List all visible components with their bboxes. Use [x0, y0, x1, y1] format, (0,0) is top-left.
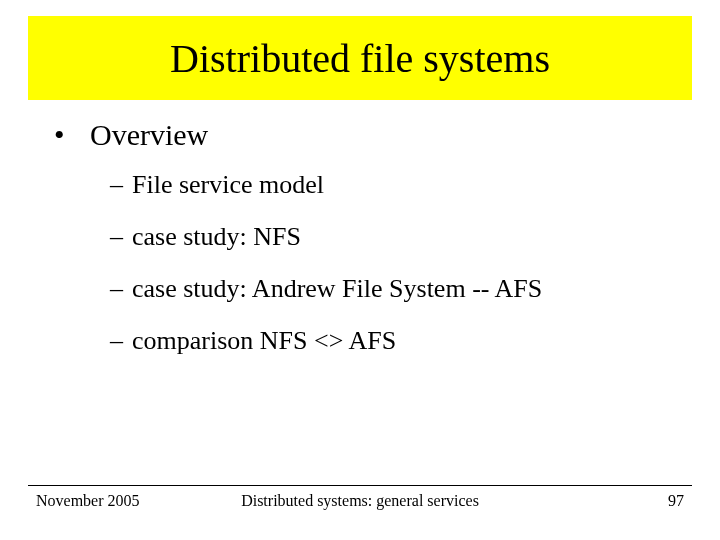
bullet-text: case study: Andrew File System -- AFS: [132, 274, 542, 304]
bullet-level2: – comparison NFS <> AFS: [110, 326, 680, 356]
footer-center: Distributed systems: general services: [198, 492, 522, 510]
bullet-text: comparison NFS <> AFS: [132, 326, 396, 356]
footer-page: 97: [522, 492, 684, 510]
bullet-level2: – case study: NFS: [110, 222, 680, 252]
bullet-level2: – File service model: [110, 170, 680, 200]
slide-footer: November 2005 Distributed systems: gener…: [28, 485, 692, 510]
footer-row: November 2005 Distributed systems: gener…: [28, 492, 692, 510]
bullet-text: case study: NFS: [132, 222, 301, 252]
slide-title: Distributed file systems: [170, 35, 550, 82]
dash-marker: –: [110, 274, 132, 304]
dash-marker: –: [110, 222, 132, 252]
footer-date: November 2005: [36, 492, 198, 510]
footer-divider: [28, 485, 692, 486]
dash-marker: –: [110, 170, 132, 200]
title-band: Distributed file systems: [28, 16, 692, 100]
bullet-level1: • Overview: [54, 118, 680, 152]
bullet-text: Overview: [90, 118, 208, 152]
dash-marker: –: [110, 326, 132, 356]
bullet-text: File service model: [132, 170, 324, 200]
bullet-level2: – case study: Andrew File System -- AFS: [110, 274, 680, 304]
bullet-marker: •: [54, 118, 90, 152]
slide-body: • Overview – File service model – case s…: [54, 118, 680, 378]
